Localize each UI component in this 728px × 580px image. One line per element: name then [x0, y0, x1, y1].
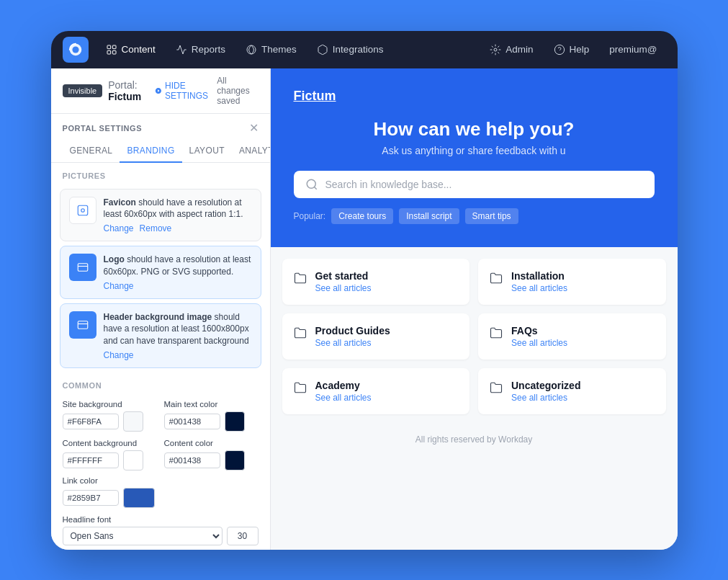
tab-analytics[interactable]: ANALYTICS: [232, 140, 271, 163]
category-name-get-started: Get started: [315, 270, 372, 282]
content-background-swatch[interactable]: [123, 450, 143, 470]
settings-title: PORTAL SETTINGS: [63, 124, 143, 133]
category-name-faqs: FAQs: [511, 325, 567, 336]
svg-point-1: [72, 46, 78, 53]
portal-header-bar: Invisible Portal: Fictum HIDE SETTINGS A…: [51, 68, 270, 114]
left-panel: Invisible Portal: Fictum HIDE SETTINGS A…: [51, 68, 271, 550]
main-area: Invisible Portal: Fictum HIDE SETTINGS A…: [51, 68, 678, 550]
site-background-field: Site background: [63, 400, 157, 432]
search-placeholder-text: Search in knowledge base...: [325, 179, 452, 190]
search-bar[interactable]: Search in knowledge base...: [294, 171, 655, 198]
header-bg-picture-item: Header background image should have a re…: [60, 303, 261, 368]
site-background-input[interactable]: [63, 414, 119, 429]
hide-settings-button[interactable]: HIDE SETTINGS: [155, 81, 211, 101]
svg-rect-3: [112, 45, 116, 49]
categories-grid: Get started See all articles Installatio…: [271, 247, 678, 426]
folder-icon-installation: [490, 272, 503, 287]
content-background-field: Content background: [63, 439, 157, 470]
favicon-remove-link[interactable]: Remove: [140, 223, 172, 233]
tab-general[interactable]: GENERAL: [63, 140, 120, 163]
portal-label: Portal: Fictum: [108, 79, 146, 102]
folder-icon-uncategorized: [490, 381, 503, 397]
common-section-label: COMMON: [51, 372, 270, 394]
content-background-input[interactable]: [63, 452, 119, 468]
header-bg-description: Header background image should have a re…: [104, 311, 252, 360]
popular-tag-smart-tips[interactable]: Smart tips: [465, 208, 518, 224]
portal-preview: Fictum How can we help you? Ask us anyth…: [271, 68, 678, 550]
close-settings-button[interactable]: ✕: [249, 122, 259, 134]
category-card-get-started[interactable]: Get started See all articles: [282, 259, 470, 305]
common-fields: Site background Main text color: [51, 394, 270, 476]
category-card-faqs[interactable]: FAQs See all articles: [478, 313, 666, 360]
category-link-faqs[interactable]: See all articles: [511, 338, 567, 348]
headline-font-select[interactable]: Open Sans: [63, 527, 223, 545]
headline-font-size-input[interactable]: [227, 527, 259, 545]
folder-icon-get-started: [294, 272, 307, 287]
site-background-swatch[interactable]: [123, 411, 143, 432]
category-card-product-guides[interactable]: Product Guides See all articles: [282, 313, 470, 360]
tab-branding[interactable]: BRANDING: [120, 140, 181, 163]
portal-hero-subtitle: Ask us anything or share feedback with u: [294, 145, 655, 156]
header-bg-icon: [69, 311, 96, 339]
category-link-get-started[interactable]: See all articles: [315, 283, 372, 293]
category-name-uncategorized: Uncategorized: [511, 380, 580, 391]
pictures-section-label: PICTURES: [51, 163, 270, 184]
top-navigation: Content Reports Themes Integrations Admi…: [51, 31, 678, 68]
save-status: All changes saved: [217, 76, 258, 106]
nav-item-content[interactable]: Content: [97, 40, 164, 60]
svg-rect-2: [107, 45, 111, 49]
category-link-academy[interactable]: See all articles: [315, 393, 372, 403]
category-name-academy: Academy: [315, 380, 372, 391]
popular-label: Popular:: [294, 211, 326, 221]
nav-right-group: Admin Help premium@: [481, 40, 665, 60]
popular-row: Popular: Create tours Install script Sma…: [294, 208, 655, 224]
portal-hero-title: How can we help you?: [294, 118, 655, 140]
svg-point-8: [554, 45, 564, 54]
category-link-product-guides[interactable]: See all articles: [315, 338, 390, 348]
nav-item-themes[interactable]: Themes: [237, 40, 305, 60]
category-link-uncategorized[interactable]: See all articles: [511, 393, 580, 403]
main-text-color-field: Main text color: [164, 400, 259, 432]
link-color-input[interactable]: [63, 490, 119, 506]
content-color-swatch[interactable]: [225, 450, 245, 470]
svg-rect-5: [112, 50, 116, 54]
logo-icon: [69, 254, 96, 281]
category-name-product-guides: Product Guides: [315, 325, 390, 336]
settings-panel-header: PORTAL SETTINGS ✕: [51, 114, 270, 140]
tab-layout[interactable]: LAYOUT: [182, 140, 232, 163]
svg-line-17: [314, 187, 316, 189]
folder-icon-academy: [294, 381, 307, 397]
main-text-color-input[interactable]: [164, 414, 220, 429]
content-color-field: Content color: [164, 439, 259, 470]
popular-tag-install-script[interactable]: Install script: [399, 208, 459, 224]
favicon-change-link[interactable]: Change: [104, 223, 134, 233]
svg-rect-10: [78, 205, 88, 215]
nav-item-reports[interactable]: Reports: [167, 40, 234, 60]
nav-item-user[interactable]: premium@: [601, 40, 665, 59]
category-card-installation[interactable]: Installation See all articles: [478, 259, 666, 305]
nav-item-integrations[interactable]: Integrations: [308, 40, 392, 60]
folder-icon-product-guides: [294, 326, 307, 342]
main-text-color-swatch[interactable]: [225, 411, 245, 432]
category-name-installation: Installation: [511, 270, 567, 282]
popular-tag-create-tours[interactable]: Create tours: [331, 208, 393, 224]
svg-point-16: [307, 179, 315, 188]
category-card-academy[interactable]: Academy See all articles: [282, 368, 470, 414]
nav-item-help[interactable]: Help: [545, 40, 598, 60]
content-color-input[interactable]: [164, 452, 220, 468]
portal-footer: All rights reserved by Workday: [271, 426, 678, 453]
nav-item-admin[interactable]: Admin: [481, 40, 541, 60]
logo-change-link[interactable]: Change: [104, 281, 134, 291]
svg-point-7: [494, 48, 497, 51]
svg-rect-4: [107, 50, 111, 54]
app-logo[interactable]: [63, 37, 89, 63]
header-bg-change-link[interactable]: Change: [104, 350, 134, 360]
portal-brand-link[interactable]: Fictum: [294, 89, 655, 104]
link-color-swatch[interactable]: [123, 488, 155, 508]
favicon-picture-item: Favicon should have a resolution at leas…: [60, 189, 261, 242]
category-link-installation[interactable]: See all articles: [511, 283, 567, 293]
category-card-uncategorized[interactable]: Uncategorized See all articles: [478, 368, 666, 414]
svg-rect-12: [78, 264, 88, 272]
svg-point-6: [247, 45, 256, 54]
favicon-description: Favicon should have a resolution at leas…: [104, 197, 252, 234]
